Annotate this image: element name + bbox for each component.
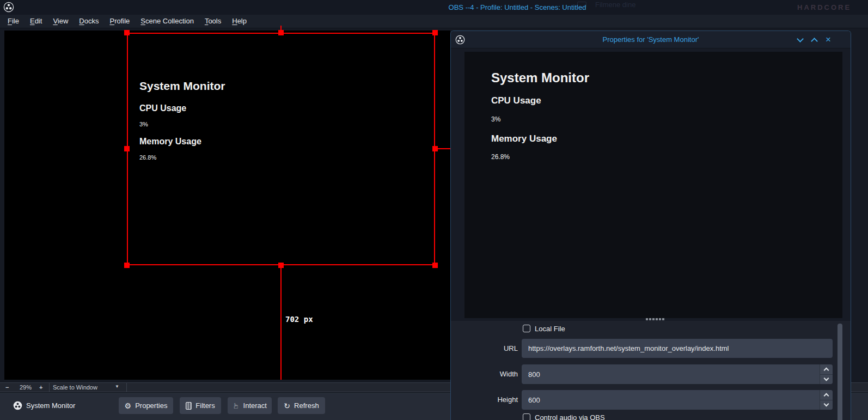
preview-memory-value: 26.8%: [491, 153, 510, 161]
dialog-form: Local File URL Width Height Control audi…: [451, 321, 851, 420]
chevron-down-icon: [824, 376, 829, 381]
width-spin-buttons: [820, 364, 833, 384]
height-label: Height: [451, 390, 518, 410]
chevron-up-icon: [824, 368, 829, 373]
height-spinner: [522, 390, 833, 410]
width-input[interactable]: [522, 364, 833, 384]
menu-view-rest: iew: [58, 17, 69, 25]
properties-button[interactable]: ⚙ Properties: [119, 397, 173, 414]
height-input[interactable]: [522, 390, 833, 410]
zoom-level-value: 29%: [20, 384, 32, 391]
menu-edit-rest: dit: [35, 17, 42, 25]
menu-bar: File Edit View Docks Profile Scene Colle…: [0, 15, 868, 28]
menu-scene-collection[interactable]: Scene Collection: [135, 15, 199, 28]
dropdown-arrow-icon[interactable]: ▼: [115, 384, 119, 389]
refresh-icon: ↻: [284, 402, 290, 410]
dialog-titlebar[interactable]: Properties for 'System Monitor' ×: [451, 31, 851, 48]
menu-file-rest: ile: [12, 17, 19, 25]
menu-view-mnemonic: V: [53, 17, 57, 25]
background-artifact-text: Filmene dine: [595, 1, 635, 9]
menu-help[interactable]: Help: [227, 15, 252, 28]
background-watermark-text: HARDCORE: [797, 3, 851, 11]
properties-dialog: Properties for 'System Monitor' × System…: [450, 31, 851, 420]
menu-profile[interactable]: Profile: [104, 15, 135, 28]
menu-tools[interactable]: Tools: [199, 15, 227, 28]
zoom-in-button[interactable]: +: [39, 384, 42, 391]
dialog-close-button[interactable]: ×: [824, 36, 833, 45]
height-increment-button[interactable]: [820, 390, 833, 400]
selection-handle-top-right[interactable]: [432, 30, 438, 35]
control-audio-checkbox[interactable]: [523, 413, 530, 420]
scale-mode-dropdown[interactable]: Scale to Window: [53, 384, 97, 391]
dialog-title: Properties for 'System Monitor': [603, 35, 699, 44]
menu-scene-collection-rest: cene Collection: [145, 17, 194, 25]
zoom-out-button[interactable]: −: [5, 384, 9, 391]
local-file-checkbox[interactable]: [523, 325, 530, 332]
selection-handle-bottom-center[interactable]: [278, 263, 284, 268]
separator: [126, 383, 127, 392]
menu-view[interactable]: View: [47, 15, 74, 28]
menu-docks-rest: ocks: [84, 17, 99, 25]
control-audio-label: Control audio via OBS: [535, 413, 605, 420]
url-input[interactable]: [522, 339, 833, 358]
chevron-down-icon: [797, 35, 804, 42]
menu-profile-rest: rofile: [114, 17, 130, 25]
selection-handle-top-left[interactable]: [124, 30, 130, 35]
preview-cpu-label: CPU Usage: [491, 95, 541, 106]
window-titlebar: Filmene dine HARDCORE OBS --4 - Profile:…: [0, 0, 868, 15]
browser-source-icon: [13, 401, 22, 410]
measurement-label: 702 px: [285, 315, 313, 324]
menu-tools-rest: ools: [208, 17, 221, 25]
height-decrement-button[interactable]: [820, 400, 833, 410]
selection-measurement-line: [280, 265, 282, 380]
width-label: Width: [451, 364, 518, 384]
menu-edit[interactable]: Edit: [25, 15, 47, 28]
refresh-button[interactable]: ↻ Refresh: [278, 397, 325, 414]
interact-button[interactable]: ☞ Interact: [228, 397, 272, 414]
dialog-unshade-button[interactable]: [810, 36, 819, 45]
refresh-button-label: Refresh: [294, 401, 319, 410]
selection-handle-middle-right[interactable]: [432, 146, 438, 151]
filters-button[interactable]: Filters: [180, 397, 221, 414]
pointer-hand-icon: ☞: [231, 402, 240, 409]
selection-handle-bottom-right[interactable]: [432, 263, 438, 268]
selection-handle-bottom-left[interactable]: [124, 263, 130, 268]
height-spin-buttons: [820, 390, 833, 410]
filter-icon: [186, 402, 192, 410]
window-title: OBS --4 - Profile: Untitled - Scenes: Un…: [449, 3, 586, 11]
selection-handle-top-center[interactable]: [278, 30, 284, 35]
interact-button-label: Interact: [243, 401, 267, 410]
filters-button-label: Filters: [195, 401, 215, 410]
url-label: URL: [451, 339, 518, 358]
width-increment-button[interactable]: [820, 364, 833, 374]
menu-file-mnemonic: F: [8, 17, 12, 25]
dialog-source-preview: System Monitor CPU Usage 3% Memory Usage…: [464, 52, 842, 318]
menu-profile-mnemonic: P: [109, 17, 114, 25]
form-scrollbar-thumb[interactable]: [838, 324, 842, 420]
menu-docks-mnemonic: D: [79, 17, 84, 25]
properties-button-label: Properties: [135, 401, 167, 410]
width-decrement-button[interactable]: [820, 374, 833, 384]
menu-docks[interactable]: Docks: [74, 15, 104, 28]
chevron-up-icon: [811, 38, 818, 45]
width-spinner: [522, 364, 833, 384]
gear-icon: ⚙: [125, 402, 132, 410]
menu-edit-mnemonic: E: [30, 17, 35, 25]
menu-file[interactable]: File: [2, 15, 25, 28]
obs-logo-icon: [3, 2, 14, 13]
preview-cpu-value: 3%: [491, 115, 500, 123]
menu-help-rest: elp: [237, 17, 247, 25]
separator: [49, 383, 50, 392]
chevron-down-icon: [824, 401, 829, 407]
selection-handle-middle-left[interactable]: [124, 146, 130, 151]
close-icon: ×: [826, 34, 831, 45]
menu-help-mnemonic: H: [232, 17, 237, 25]
menu-scene-collection-mnemonic: S: [140, 17, 145, 25]
preview-memory-label: Memory Usage: [491, 133, 557, 144]
dialog-shade-button[interactable]: [796, 36, 805, 45]
local-file-label: Local File: [535, 325, 565, 333]
chevron-up-icon: [824, 393, 829, 399]
selected-source-name: System Monitor: [26, 401, 75, 410]
source-selection-bounds[interactable]: [127, 33, 435, 265]
obs-logo-icon: [455, 35, 465, 45]
